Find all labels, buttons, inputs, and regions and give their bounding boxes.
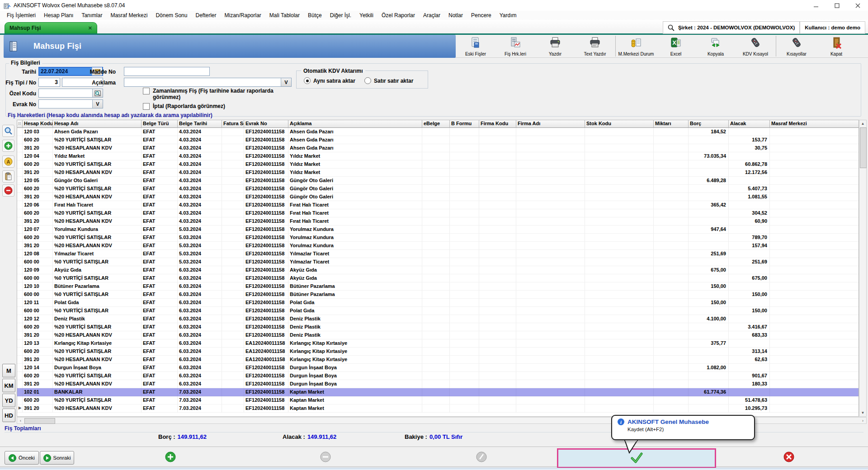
table-row[interactable]: 600 00%0 YURTİÇİ SATIŞLAREFAT5.03.2024EF… — [17, 258, 859, 266]
remove-row-icon[interactable] — [320, 451, 331, 462]
radio-per-line-circle[interactable] — [364, 77, 371, 84]
maximize-button[interactable] — [826, 0, 847, 11]
scroll-down-icon[interactable]: ▼ — [859, 409, 866, 416]
check-scheduled[interactable]: Zamanlanmış Fiş (Fiş tarihine kadar rapo… — [143, 88, 293, 100]
menu-item-13[interactable]: Araçlar — [419, 11, 444, 19]
side-paste-button[interactable] — [2, 170, 14, 183]
table-row[interactable]: 600 20%20 YURTİÇİ SATIŞLAREFAT6.03.2024E… — [17, 323, 859, 331]
minimize-button[interactable] — [806, 0, 826, 11]
toolbar-button-copy-folders[interactable]: Kopyala — [696, 35, 736, 57]
column-header-14[interactable]: Borç — [689, 120, 729, 128]
close-button[interactable] — [847, 0, 868, 11]
next-button[interactable]: Sonraki — [40, 451, 74, 465]
vertical-scroll-thumb[interactable] — [860, 127, 867, 168]
table-row[interactable]: 600 20%20 YURTİÇİ SATIŞLAREFAT5.03.2024E… — [17, 234, 859, 242]
menu-item-9[interactable]: Bütçe — [304, 11, 326, 19]
table-row[interactable]: 120 07Yorulmaz KunduraEFAT5.03.2024EF120… — [17, 226, 859, 234]
scroll-left-icon[interactable]: ‹ — [17, 418, 24, 423]
company-selector[interactable]: Şirket : 2024 - DEMOWOLVOX (DEMOWOLVOX) — [663, 21, 800, 34]
tab-close-icon[interactable]: ✕ — [88, 25, 92, 31]
table-row[interactable]: 600 00%0 YURTİÇİ SATIŞLAREFAT6.03.2024EF… — [17, 274, 859, 282]
side-gold-a-button[interactable]: A — [2, 155, 14, 168]
menu-item-12[interactable]: Özel Raporlar — [377, 11, 419, 19]
column-header-8[interactable]: eBelge — [422, 120, 450, 128]
menu-item-11[interactable]: Yetkili — [355, 11, 377, 19]
edit-row-icon[interactable] — [476, 451, 487, 462]
table-row[interactable]: 391 20%20 HESAPLANAN KDVEFAT4.03.2024EF1… — [17, 169, 859, 177]
madde-no-input[interactable] — [124, 67, 210, 76]
column-header-12[interactable]: Stok Kodu — [585, 120, 654, 128]
table-row[interactable]: 600 20%20 YURTİÇİ SATIŞLAREFAT4.03.2024E… — [17, 209, 859, 217]
table-row[interactable]: 600 20%20 YURTİÇİ SATIŞLAREFAT4.03.2024E… — [17, 185, 859, 193]
table-row[interactable]: 391 20%20 HESAPLANAN KDVEFAT6.03.2024EA1… — [17, 356, 859, 364]
radio-per-line[interactable]: Satır satır aktar — [364, 77, 413, 84]
table-row[interactable]: 120 11Polat GıdaEFAT6.03.2024EF120240011… — [17, 299, 859, 307]
table-row[interactable]: ▶391 20%20 HESAPLANAN KDVEFAT7.03.2024EF… — [17, 404, 859, 413]
vertical-scrollbar[interactable]: ▲ ▼ — [859, 120, 867, 417]
menu-item-14[interactable]: Notlar — [444, 11, 467, 19]
menu-item-10[interactable]: Diğer İşl. — [326, 11, 355, 19]
table-row[interactable]: 391 20%20 HESAPLANAN KDVEFAT4.03.2024EF1… — [17, 193, 859, 201]
column-header-13[interactable]: Miktarı — [654, 120, 689, 128]
toolbar-button-door-close[interactable]: Kapat — [816, 35, 856, 57]
column-header-2[interactable]: Hesap Adı — [53, 120, 142, 128]
table-row[interactable]: 600 00%0 YURTİÇİ SATIŞLAREFAT6.03.2024EF… — [17, 291, 859, 299]
side-add-button[interactable] — [2, 140, 14, 152]
aciklama-input[interactable]: V — [124, 78, 292, 87]
side-search-button[interactable] — [2, 125, 14, 137]
evrak-no-input[interactable]: V — [38, 99, 103, 108]
radio-same-line[interactable]: Aynı satıra aktar — [304, 77, 355, 84]
ozel-kodu-input[interactable] — [38, 89, 103, 98]
side-letter-m[interactable]: M — [2, 364, 15, 377]
table-row[interactable]: 102 01BANKALAREFAT7.03.2024EF12024001115… — [17, 388, 859, 396]
table-row[interactable]: 391 20%20 HESAPLANAN KDVEFAT4.03.2024EF1… — [17, 144, 859, 152]
aciklama-dropdown-button[interactable]: V — [281, 78, 291, 86]
toolbar-button-remote[interactable]: KDV Kısayol — [736, 35, 775, 57]
ozel-kodu-lookup-button[interactable] — [92, 89, 103, 97]
tab-mahsup-fisi[interactable]: Mahsup Fişi ✕ — [5, 22, 97, 33]
column-header-11[interactable]: Firma Adı — [516, 120, 585, 128]
table-row[interactable]: 120 12Deniz PlastikEFAT6.03.2024EF120240… — [17, 315, 859, 323]
previous-button[interactable]: Önceki — [5, 451, 39, 465]
radio-same-line-circle[interactable] — [304, 77, 311, 84]
menu-item-16[interactable]: Yardım — [495, 11, 521, 19]
menu-item-7[interactable]: Mizan/Raporlar — [220, 11, 265, 19]
menu-item-4[interactable]: Masraf Merkezi — [106, 11, 151, 19]
fis-tipi-input[interactable]: 3 — [38, 78, 60, 87]
column-header-4[interactable]: Belge Tarihi — [178, 120, 222, 128]
scroll-up-icon[interactable]: ▲ — [859, 120, 866, 127]
table-row[interactable]: 391 20%20 HESAPLANAN KDVEFAT6.03.2024EF1… — [17, 380, 859, 388]
menu-item-8[interactable]: Mali Tablolar — [265, 11, 304, 19]
check-scheduled-box[interactable] — [143, 88, 150, 94]
table-row[interactable]: 120 09Akyüz GıdaEFAT6.03.2024EF120240011… — [17, 266, 859, 274]
toolbar-button-text-printer[interactable]: Text Yazdır — [575, 35, 615, 57]
column-header-3[interactable]: Belge Türü — [142, 120, 178, 128]
evrak-no-dropdown-button[interactable]: V — [92, 100, 103, 108]
side-letter-yd[interactable]: YD — [2, 394, 15, 407]
column-header-15[interactable]: Alacak — [729, 120, 770, 128]
table-row[interactable]: 600 20%20 YURTİÇİ SATIŞLAREFAT4.03.2024E… — [17, 160, 859, 169]
table-row[interactable]: 120 03Ahsen Gıda PazarıEFAT4.03.2024EF12… — [17, 128, 859, 136]
scroll-right-icon[interactable]: › — [859, 418, 866, 423]
column-header-7[interactable]: Açıklama — [288, 120, 422, 128]
toolbar-button-remote[interactable]: Kısayollar — [777, 35, 816, 57]
cancel-icon[interactable] — [783, 451, 794, 462]
toolbar-button-cost-center[interactable]: M.Merkezi Durum — [616, 35, 656, 57]
table-row[interactable]: 391 20%20 HESAPLANAN KDVEFAT4.03.2024EF1… — [17, 217, 859, 226]
table-row[interactable]: 120 06Fırat Halı TicaretEFAT4.03.2024EF1… — [17, 201, 859, 209]
toolbar-button-receipt-movements[interactable]: Fiş Hrk.leri — [495, 35, 535, 57]
table-row[interactable]: 120 05Güngör Oto GaleriEFAT4.03.2024EF12… — [17, 177, 859, 185]
table-row[interactable]: 600 20%20 YURTİÇİ SATIŞLAREFAT7.03.2024E… — [17, 396, 859, 404]
menu-item-1[interactable]: Fiş İşlemleri — [3, 11, 40, 19]
toolbar-button-excel[interactable]: XExcel — [656, 35, 696, 57]
menu-item-3[interactable]: Tanımlar — [77, 11, 106, 19]
table-row[interactable]: 120 08Yılmazlar TicaretEFAT5.03.2024EF12… — [17, 250, 859, 258]
column-header-9[interactable]: B Formu — [450, 120, 479, 128]
table-row[interactable]: 391 20%20 HESAPLANAN KDVEFAT6.03.2024EF1… — [17, 331, 859, 339]
column-header-5[interactable]: Fatura Seri — [222, 120, 244, 128]
table-row[interactable]: 120 14Durgun İnşaat BoyaEFAT6.03.2024EF1… — [17, 364, 859, 372]
table-row[interactable]: 600 20%20 YURTİÇİ SATIŞLAREFAT4.03.2024E… — [17, 136, 859, 144]
table-row[interactable]: 600 00%0 YURTİÇİ SATIŞLAREFAT6.03.2024EF… — [17, 307, 859, 315]
column-header-10[interactable]: Firma Kodu — [479, 120, 516, 128]
add-row-icon[interactable] — [165, 451, 176, 462]
